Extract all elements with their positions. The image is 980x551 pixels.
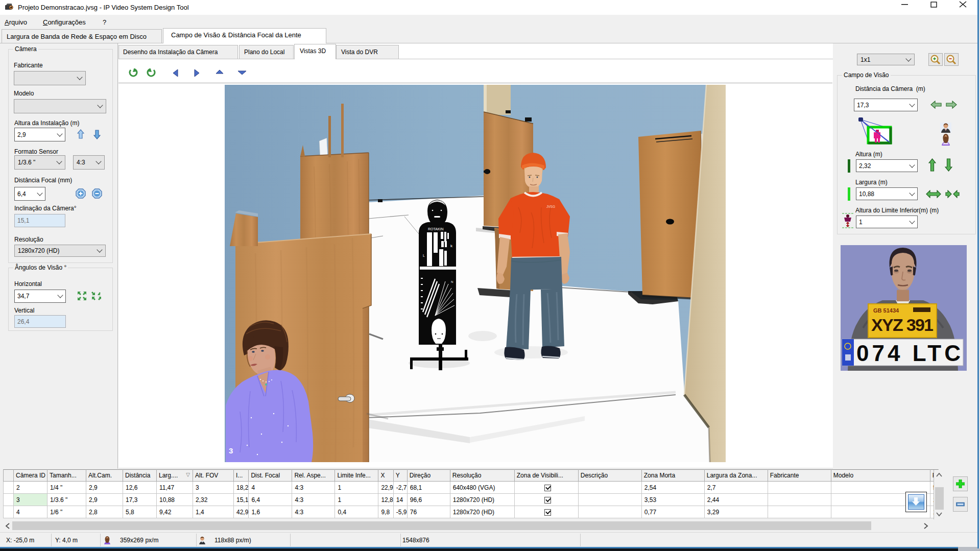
svg-text:N: N: [451, 280, 453, 283]
svg-text:L: L: [423, 254, 425, 257]
svg-text:JVSG: JVSG: [546, 205, 555, 208]
svg-text:XYZ 391: XYZ 391: [871, 315, 934, 334]
svg-text:ROTAKIN: ROTAKIN: [428, 227, 444, 231]
svg-text:GB 51434: GB 51434: [873, 307, 899, 314]
svg-text:3: 3: [229, 446, 233, 455]
svg-text:074 LTC: 074 LTC: [856, 341, 961, 366]
